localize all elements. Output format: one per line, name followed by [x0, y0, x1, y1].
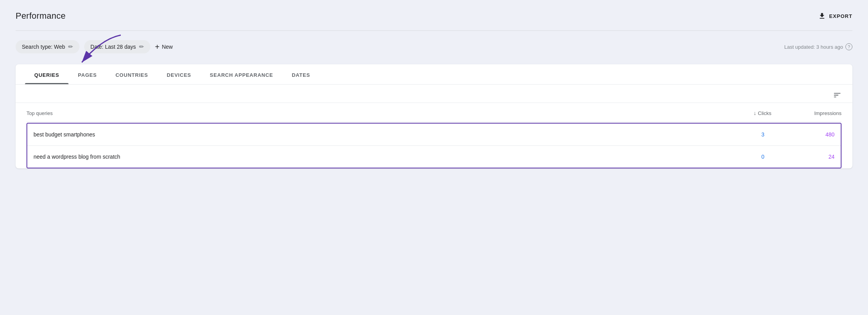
- table-header: Top queries ↓ Clicks Impressions: [26, 103, 842, 122]
- edit-date-icon: ✏: [139, 43, 144, 50]
- query-cell: best budget smartphones: [34, 131, 686, 138]
- table-body: best budget smartphones 3 480 need a wor…: [26, 123, 842, 168]
- tab-pages[interactable]: PAGES: [69, 64, 106, 84]
- table-row[interactable]: best budget smartphones 3 480: [27, 124, 841, 146]
- col-header-impressions: Impressions: [771, 110, 842, 116]
- table-section: Top queries ↓ Clicks Impressions best bu…: [16, 103, 852, 168]
- filter-icon: [833, 91, 842, 99]
- search-type-filter[interactable]: Search type: Web ✏: [16, 40, 79, 53]
- help-icon[interactable]: ?: [845, 43, 852, 50]
- tab-dates[interactable]: DATES: [282, 64, 319, 84]
- impressions-cell: 480: [764, 131, 834, 138]
- main-card: QUERIES PAGES COUNTRIES DEVICES SEARCH A…: [16, 64, 852, 168]
- page-header: Performance EXPORT: [16, 11, 852, 21]
- clicks-cell: 0: [686, 154, 764, 160]
- filter-icon-row: [16, 85, 852, 103]
- date-filter[interactable]: Date: Last 28 days ✏: [84, 40, 150, 53]
- tab-countries[interactable]: COUNTRIES: [106, 64, 157, 84]
- table-filter-button[interactable]: [833, 91, 842, 99]
- header-divider: [16, 30, 852, 31]
- export-button[interactable]: EXPORT: [818, 12, 852, 20]
- edit-search-type-icon: ✏: [68, 43, 73, 50]
- query-cell: need a wordpress blog from scratch: [34, 154, 686, 160]
- col-header-query: Top queries: [26, 110, 693, 116]
- filters-bar: Search type: Web ✏ Date: Last 28 days ✏ …: [16, 40, 852, 53]
- tab-queries[interactable]: QUERIES: [25, 64, 69, 84]
- impressions-cell: 24: [764, 154, 834, 160]
- new-filter-button[interactable]: + New: [155, 43, 173, 51]
- page-title: Performance: [16, 11, 65, 21]
- col-header-clicks: ↓ Clicks: [693, 110, 771, 116]
- table-row[interactable]: need a wordpress blog from scratch 0 24: [27, 146, 841, 168]
- clicks-cell: 3: [686, 131, 764, 138]
- export-icon: [818, 12, 826, 20]
- plus-icon: +: [155, 43, 160, 51]
- tabs-row: QUERIES PAGES COUNTRIES DEVICES SEARCH A…: [16, 64, 852, 85]
- last-updated: Last updated: 3 hours ago ?: [784, 43, 852, 50]
- sort-down-icon: ↓: [753, 110, 756, 116]
- tab-search-appearance[interactable]: SEARCH APPEARANCE: [201, 64, 282, 84]
- tab-devices[interactable]: DEVICES: [157, 64, 201, 84]
